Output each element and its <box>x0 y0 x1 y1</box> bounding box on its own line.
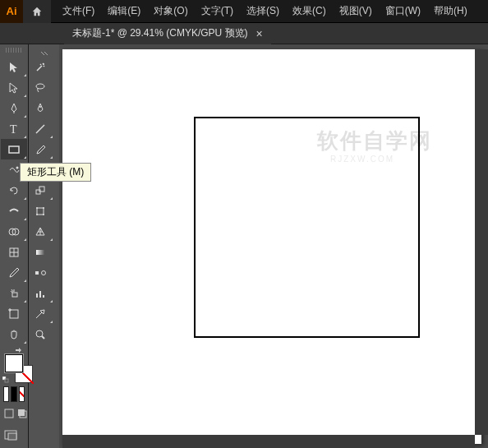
menu-window[interactable]: 窗口(W) <box>379 0 427 23</box>
svg-point-12 <box>43 207 44 209</box>
rectangle-tool[interactable] <box>1 139 27 159</box>
line-segment-tool[interactable] <box>27 118 53 139</box>
svg-point-14 <box>43 214 44 215</box>
horizontal-scrollbar[interactable] <box>62 435 475 448</box>
curvature-tool[interactable] <box>27 98 53 118</box>
none-button[interactable] <box>19 386 25 402</box>
artboard[interactable]: 软件自学网 RJZXW.COM <box>62 49 481 444</box>
svg-rect-39 <box>8 433 16 440</box>
document-tab-bar: 未标题-1* @ 29.41% (CMYK/GPU 预览) × <box>0 23 488 44</box>
color-mode-row <box>0 385 28 404</box>
svg-rect-36 <box>18 409 25 416</box>
svg-point-22 <box>42 270 46 275</box>
fill-stroke-control[interactable] <box>0 345 28 385</box>
toolbox: T <box>0 44 28 448</box>
main-area: T <box>0 44 488 448</box>
draw-mode-row <box>0 404 28 426</box>
perspective-grid-tool[interactable] <box>27 221 53 242</box>
svg-rect-23 <box>12 293 17 297</box>
svg-rect-25 <box>39 291 41 298</box>
svg-point-2 <box>39 106 41 108</box>
document-tab[interactable]: 未标题-1* @ 29.41% (CMYK/GPU 预览) × <box>64 23 271 44</box>
svg-rect-34 <box>5 409 13 418</box>
draw-normal[interactable] <box>3 405 15 421</box>
paintbrush-tool[interactable] <box>27 139 53 159</box>
free-transform-tool[interactable] <box>27 201 53 221</box>
blend-tool[interactable] <box>27 262 53 283</box>
menu-select[interactable]: 选择(S) <box>240 0 286 23</box>
close-tab-button[interactable]: × <box>256 27 263 40</box>
screen-mode-button[interactable] <box>3 429 21 444</box>
screen-mode-row <box>0 426 28 447</box>
home-button[interactable] <box>23 0 51 23</box>
draw-behind[interactable] <box>16 405 28 421</box>
svg-point-11 <box>36 207 38 209</box>
tools-grid: T <box>0 56 28 345</box>
menu-bar: Ai 文件(F) 编辑(E) 对象(O) 文字(T) 选择(S) 效果(C) 视… <box>0 0 488 23</box>
svg-line-4 <box>36 125 44 133</box>
fill-swatch[interactable] <box>4 353 24 373</box>
svg-point-30 <box>36 330 43 337</box>
svg-line-31 <box>42 336 44 339</box>
document-tab-label: 未标题-1* @ 29.41% (CMYK/GPU 预览) <box>72 26 248 40</box>
svg-rect-20 <box>36 250 44 255</box>
vertical-scrollbar[interactable] <box>475 49 488 435</box>
column-graph-tool[interactable] <box>27 283 53 303</box>
rotate-tool[interactable] <box>1 180 27 201</box>
gradient-tool[interactable] <box>27 242 53 262</box>
svg-rect-27 <box>10 310 18 318</box>
selection-tool[interactable] <box>1 57 27 77</box>
eyedropper-tool[interactable] <box>1 262 27 283</box>
drawn-rectangle[interactable] <box>194 117 420 338</box>
canvas-area[interactable]: 软件自学网 RJZXW.COM <box>59 44 488 448</box>
lasso-tool[interactable] <box>27 77 53 98</box>
type-tool[interactable]: T <box>1 118 27 139</box>
svg-rect-21 <box>35 271 39 275</box>
menu-object[interactable]: 对象(O) <box>147 0 194 23</box>
width-tool[interactable] <box>1 201 27 221</box>
hand-tool[interactable] <box>1 324 27 344</box>
svg-text:T: T <box>10 123 17 136</box>
svg-rect-10 <box>37 208 44 215</box>
pen-tool[interactable] <box>1 98 27 118</box>
zoom-tool[interactable] <box>27 324 53 344</box>
app-logo-text: Ai <box>7 5 17 17</box>
svg-point-13 <box>36 214 38 215</box>
default-fill-stroke-icon[interactable] <box>2 376 9 383</box>
menu-items: 文件(F) 编辑(E) 对象(O) 文字(T) 选择(S) 效果(C) 视图(V… <box>56 0 474 23</box>
gradient-button[interactable] <box>11 386 16 402</box>
menu-effect[interactable]: 效果(C) <box>286 0 333 23</box>
slice-tool[interactable] <box>27 303 53 324</box>
symbol-sprayer-tool[interactable] <box>1 283 27 303</box>
toolbox-handle[interactable] <box>0 44 28 56</box>
direct-selection-tool[interactable] <box>1 77 27 98</box>
menu-file[interactable]: 文件(F) <box>56 0 101 23</box>
menu-help[interactable]: 帮助(H) <box>427 0 474 23</box>
color-button[interactable] <box>3 386 9 402</box>
svg-rect-5 <box>9 146 19 153</box>
shape-builder-tool[interactable] <box>1 221 27 242</box>
svg-rect-24 <box>36 293 38 298</box>
magic-wand-tool[interactable] <box>27 57 53 77</box>
app-logo: Ai <box>0 0 23 23</box>
menu-edit[interactable]: 编辑(E) <box>101 0 147 23</box>
tooltip: 矩形工具 (M) <box>20 163 91 182</box>
scale-tool[interactable] <box>27 180 53 201</box>
mesh-tool[interactable] <box>1 242 27 262</box>
menu-view[interactable]: 视图(V) <box>333 0 379 23</box>
svg-point-0 <box>43 63 44 65</box>
svg-rect-26 <box>43 295 44 298</box>
artboard-tool[interactable] <box>1 303 27 324</box>
menu-type[interactable]: 文字(T) <box>195 0 240 23</box>
svg-point-6 <box>16 166 19 169</box>
